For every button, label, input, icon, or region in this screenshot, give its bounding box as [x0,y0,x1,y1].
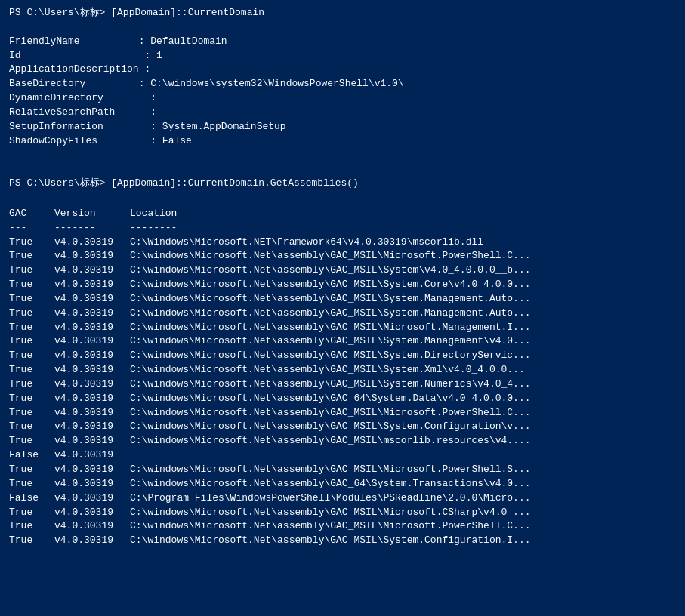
prompt-1: PS C:\Users\标标> [9,7,105,18]
prompt-2: PS C:\Users\标标> [9,177,105,189]
cell-version: v4.0.30319 [54,263,130,278]
property-line: DynamicDirectory : [9,91,676,106]
terminal: PS C:\Users\标标> [AppDomain]::CurrentDoma… [9,6,676,548]
cell-location: C:\Program Files\WindowsPowerShell\Modul… [130,491,676,506]
table-data-rows: Truev4.0.30319C:\Windows\Microsoft.NET\F… [9,236,676,549]
cell-version: v4.0.30319 [54,392,130,406]
cell-location: C:\windows\Microsoft.Net\assembly\GAC_MS… [130,292,676,306]
cell-gac: True [9,263,54,278]
cell-version: v4.0.30319 [54,506,130,520]
header-gac: GAC [9,207,54,221]
cell-gac: True [9,506,54,520]
cell-version: v4.0.30319 [54,377,130,392]
table-row: Falsev4.0.30319C:\Program Files\WindowsP… [9,491,676,506]
cell-gac: True [9,463,54,477]
blank-line-3 [9,162,676,177]
table-row: Truev4.0.30319C:\windows\Microsoft.Net\a… [9,477,676,491]
cell-location: C:\windows\Microsoft.Net\assembly\GAC_MS… [130,377,676,392]
cell-version: v4.0.30319 [54,420,130,434]
cell-version: v4.0.30319 [54,406,130,420]
header-version: Version [54,207,130,221]
cell-gac: True [9,349,54,363]
cell-version: v4.0.30319 [54,249,130,263]
table-row: Truev4.0.30319C:\windows\Microsoft.Net\a… [9,321,676,335]
cell-location: C:\windows\Microsoft.Net\assembly\GAC_MS… [130,363,676,377]
cell-gac: True [9,477,54,491]
cell-gac: False [9,448,54,463]
cell-version: v4.0.30319 [54,477,130,491]
cell-version: v4.0.30319 [54,349,130,363]
cell-location: C:\windows\Microsoft.Net\assembly\GAC_64… [130,477,676,491]
cell-gac: True [9,334,54,349]
cell-location: C:\windows\Microsoft.Net\assembly\GAC_MS… [130,434,676,448]
table-row: Truev4.0.30319C:\windows\Microsoft.Net\a… [9,534,676,548]
command-2: [AppDomain]::CurrentDomain.GetAssemblies… [105,177,358,189]
table-row: Truev4.0.30319C:\windows\Microsoft.Net\a… [9,249,676,263]
table-row: Truev4.0.30319C:\windows\Microsoft.Net\a… [9,363,676,377]
cell-location: C:\windows\Microsoft.Net\assembly\GAC_MS… [130,278,676,292]
cell-location: C:\windows\Microsoft.Net\assembly\GAC_MS… [130,534,676,548]
cell-gac: True [9,292,54,306]
cell-version: v4.0.30319 [54,306,130,321]
cell-location: C:\windows\Microsoft.Net\assembly\GAC_MS… [130,519,676,534]
cell-gac: True [9,434,54,448]
cell-gac: True [9,321,54,335]
cell-location: C:\windows\Microsoft.Net\assembly\GAC_MS… [130,506,676,520]
cell-location: C:\windows\Microsoft.Net\assembly\GAC_MS… [130,349,676,363]
property-line: RelativeSearchPath : [9,106,676,120]
cell-gac: True [9,363,54,377]
cell-location: C:\windows\Microsoft.Net\assembly\GAC_MS… [130,321,676,335]
cell-gac: True [9,392,54,406]
property-line: ShadowCopyFiles : False [9,134,676,149]
underline-version: ------- [54,221,130,236]
cell-location: C:\windows\Microsoft.Net\assembly\GAC_MS… [130,334,676,349]
table-row: Truev4.0.30319C:\windows\Microsoft.Net\a… [9,434,676,448]
underline-location: -------- [130,221,676,236]
command-1: [AppDomain]::CurrentDomain [105,7,264,18]
cell-gac: True [9,249,54,263]
cell-version: v4.0.30319 [54,519,130,534]
cell-location [130,448,676,463]
cell-gac: False [9,491,54,506]
cell-gac: True [9,377,54,392]
table-row: Truev4.0.30319C:\windows\Microsoft.Net\a… [9,377,676,392]
blank-line-1 [9,20,676,35]
cell-location: C:\windows\Microsoft.Net\assembly\GAC_MS… [130,406,676,420]
cell-version: v4.0.30319 [54,448,130,463]
prompt-line-2: PS C:\Users\标标> [AppDomain]::CurrentDoma… [9,177,676,191]
cell-version: v4.0.30319 [54,434,130,448]
property-line: Id : 1 [9,49,676,63]
cell-version: v4.0.30319 [54,463,130,477]
cell-gac: True [9,278,54,292]
table-row: Truev4.0.30319C:\windows\Microsoft.Net\a… [9,519,676,534]
cell-location: C:\Windows\Microsoft.NET\Framework64\v4.… [130,236,676,250]
table-row: Truev4.0.30319C:\windows\Microsoft.Net\a… [9,392,676,406]
cell-gac: True [9,420,54,434]
blank-line-2 [9,148,676,162]
cell-version: v4.0.30319 [54,491,130,506]
cell-gac: True [9,236,54,250]
prompt-line-1: PS C:\Users\标标> [AppDomain]::CurrentDoma… [9,6,676,20]
cell-location: C:\windows\Microsoft.Net\assembly\GAC_MS… [130,263,676,278]
cell-location: C:\windows\Microsoft.Net\assembly\GAC_MS… [130,249,676,263]
table-row: Truev4.0.30319C:\Windows\Microsoft.NET\F… [9,236,676,250]
cell-location: C:\windows\Microsoft.Net\assembly\GAC_MS… [130,463,676,477]
cell-version: v4.0.30319 [54,292,130,306]
property-line: SetupInformation : System.AppDomainSetup [9,120,676,134]
domain-properties: FriendlyName : DefaultDomainId : 1Applic… [9,35,676,149]
table-header-row: GAC Version Location [9,207,676,221]
table-row: Truev4.0.30319C:\windows\Microsoft.Net\a… [9,334,676,349]
table-row: Truev4.0.30319C:\windows\Microsoft.Net\a… [9,292,676,306]
cell-version: v4.0.30319 [54,534,130,548]
cell-gac: True [9,406,54,420]
table-row: Truev4.0.30319C:\windows\Microsoft.Net\a… [9,463,676,477]
cell-location: C:\windows\Microsoft.Net\assembly\GAC_MS… [130,306,676,321]
assemblies-table: GAC Version Location --- ------- -------… [9,207,676,548]
table-row: Truev4.0.30319C:\windows\Microsoft.Net\a… [9,506,676,520]
cell-gac: True [9,519,54,534]
blank-line-4 [9,191,676,205]
table-row: Truev4.0.30319C:\windows\Microsoft.Net\a… [9,263,676,278]
table-underline-row: --- ------- -------- [9,221,676,236]
cell-location: C:\windows\Microsoft.Net\assembly\GAC_64… [130,392,676,406]
table-row: Truev4.0.30319C:\windows\Microsoft.Net\a… [9,406,676,420]
